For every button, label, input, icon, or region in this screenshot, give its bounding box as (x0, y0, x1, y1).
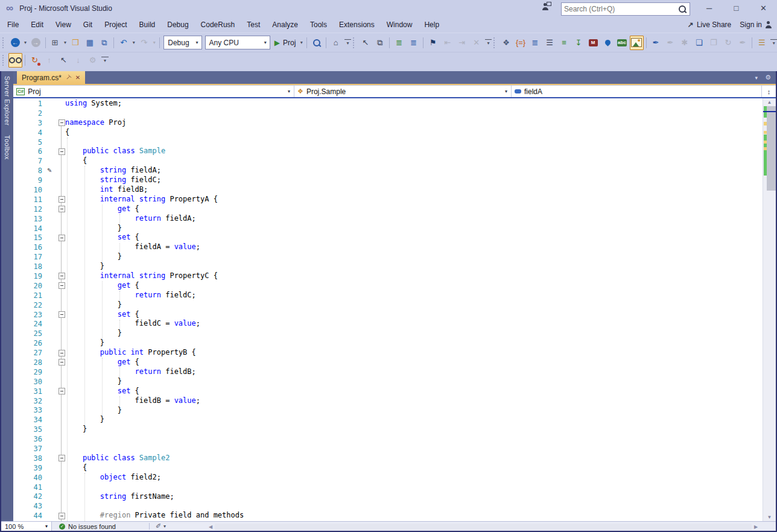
close-button[interactable]: ✕ (750, 0, 777, 17)
code-text[interactable]: { (65, 156, 87, 166)
code-text[interactable]: string fieldA; (65, 166, 161, 176)
tab-list-chevron-icon[interactable]: ▾ (755, 75, 758, 81)
code-text[interactable]: } (65, 224, 122, 233)
format-unindent-icon[interactable]: ≣ (407, 36, 420, 50)
document-well-options-gear-icon[interactable]: ⚙ (765, 74, 771, 81)
save-all-icon[interactable]: ⧉ (97, 36, 111, 50)
code-text[interactable]: } (65, 415, 104, 425)
code-text[interactable]: { (65, 463, 87, 473)
health-status-text[interactable]: No issues found (68, 523, 116, 530)
code-text[interactable]: get { (65, 204, 139, 214)
dropdown-caret-icon[interactable]: ▾ (131, 40, 136, 45)
tree-list-icon[interactable]: ≡ (557, 36, 571, 50)
map-pin-icon[interactable] (601, 36, 615, 50)
live-share-button[interactable]: ↗ Live Share (688, 21, 731, 29)
menu-item-debug[interactable]: Debug (161, 17, 194, 32)
image-preview-icon[interactable] (630, 36, 644, 50)
tab-program-cs[interactable]: Program.cs* ⊤ ✕ (17, 71, 85, 84)
menu-item-git[interactable]: Git (77, 17, 98, 32)
code-text[interactable]: } (65, 338, 104, 348)
toolbar-grip[interactable] (493, 37, 498, 48)
menu-item-project[interactable]: Project (98, 17, 133, 32)
menu-item-tools[interactable]: Tools (304, 17, 333, 32)
code-text[interactable]: public class Sample (65, 147, 165, 156)
sort-lines-icon[interactable]: ☰ (755, 36, 769, 50)
code-text[interactable]: set { (65, 310, 139, 320)
solution-platform-select[interactable]: Any CPU▾ (205, 36, 270, 49)
dropdown-caret-icon[interactable]: ▾ (62, 40, 68, 45)
code-text[interactable]: } (65, 300, 122, 310)
dropdown-caret-icon[interactable]: ▾ (299, 40, 304, 45)
bookmark-icon[interactable]: ⚑ (426, 36, 440, 50)
menu-item-edit[interactable]: Edit (25, 17, 49, 32)
code-text[interactable]: } (65, 329, 122, 338)
fold-toggle-icon[interactable] (59, 350, 65, 356)
copy-element-icon[interactable]: ⧉ (373, 36, 387, 50)
fold-toggle-icon[interactable] (59, 455, 65, 461)
vertical-scrollbar[interactable]: ▲ ▼ (763, 98, 776, 521)
code-text[interactable]: } (65, 252, 122, 262)
member-dropdown[interactable]: fieldA (512, 86, 761, 97)
scroll-right-arrow-icon[interactable]: ▶ (752, 524, 760, 530)
spell-check-icon[interactable]: abc (615, 36, 629, 50)
fold-toggle-icon[interactable] (59, 196, 65, 203)
project-dropdown[interactable]: C# Proj ▾ (13, 86, 294, 97)
code-text[interactable]: public class Sample2 (65, 454, 170, 463)
code-cleanup-broom-icon[interactable]: ✐ (156, 522, 161, 530)
doc-run-icon[interactable]: ❏ (692, 36, 706, 50)
code-text[interactable]: using System; (65, 99, 122, 109)
menu-item-analyze[interactable]: Analyze (266, 17, 304, 32)
code-text[interactable]: get { (65, 358, 139, 367)
menu-item-coderush[interactable]: CodeRush (195, 17, 241, 32)
horizontal-scroll-track[interactable] (215, 524, 752, 530)
toolbar-grip[interactable] (2, 55, 7, 66)
fold-toggle-icon[interactable] (59, 359, 65, 366)
code-text[interactable]: } (65, 377, 122, 387)
menu-item-window[interactable]: Window (381, 17, 419, 32)
import-symbol-icon[interactable]: ↧ (572, 36, 586, 50)
structure-box-icon[interactable]: ❖ (500, 36, 513, 50)
fold-toggle-icon[interactable] (59, 311, 65, 318)
outline-list-icon[interactable]: ☰ (543, 36, 557, 50)
code-text[interactable]: return fieldC; (65, 291, 196, 300)
toolbar-overflow-icon[interactable]: ▾ (101, 57, 109, 63)
menu-item-view[interactable]: View (49, 17, 77, 32)
coderush-cycle-icon[interactable]: ↻ (28, 53, 42, 68)
fold-toggle-icon[interactable] (59, 148, 65, 155)
scroll-up-arrow-icon[interactable]: ▲ (763, 98, 776, 106)
minimize-button[interactable]: ─ (696, 0, 723, 17)
toolbar-grip[interactable] (353, 37, 357, 48)
fold-toggle-icon[interactable] (59, 282, 65, 289)
side-tab-server-explorer[interactable]: Server Explorer (1, 71, 13, 130)
code-text[interactable]: set { (65, 233, 139, 242)
code-text[interactable]: set { (65, 387, 139, 396)
code-text[interactable]: } (65, 262, 104, 271)
fold-toggle-icon[interactable] (59, 388, 65, 394)
toolbar-overflow-icon[interactable]: ▾ (770, 39, 777, 46)
find-in-files-icon[interactable] (309, 36, 323, 50)
code-text[interactable]: namespace Proj (65, 118, 126, 128)
maximize-button[interactable]: □ (723, 0, 750, 17)
code-editor[interactable]: 1using System;23namespace Proj4{56 publi… (13, 98, 776, 521)
fold-toggle-icon[interactable] (59, 513, 65, 519)
fold-toggle-icon[interactable] (59, 235, 65, 241)
search-input[interactable] (562, 5, 679, 13)
markdown-icon[interactable]: M (586, 36, 600, 50)
code-text[interactable]: get { (65, 281, 139, 291)
code-text[interactable]: return fieldA; (65, 214, 196, 224)
code-text[interactable]: string firstName; (65, 492, 174, 502)
save-icon[interactable]: ▦ (83, 36, 97, 50)
menu-item-file[interactable]: File (1, 17, 25, 32)
scroll-down-arrow-icon[interactable]: ▼ (763, 513, 776, 521)
code-text[interactable]: } (65, 425, 87, 434)
code-text[interactable]: fieldC = value; (65, 319, 200, 329)
fold-toggle-icon[interactable] (59, 206, 65, 212)
fold-toggle-icon[interactable] (59, 273, 65, 279)
code-text[interactable]: { (65, 128, 69, 138)
code-text[interactable]: internal string PropertyA { (65, 195, 218, 204)
code-cleanup-chevron-icon[interactable]: ▾ (163, 524, 166, 529)
horizontal-scrollbar[interactable]: ◀ ▶ (206, 522, 760, 531)
tab-close-icon[interactable]: ✕ (75, 74, 80, 81)
undo-icon[interactable]: ↶ (116, 36, 130, 50)
code-text[interactable]: #region Private field and methods (65, 511, 244, 521)
